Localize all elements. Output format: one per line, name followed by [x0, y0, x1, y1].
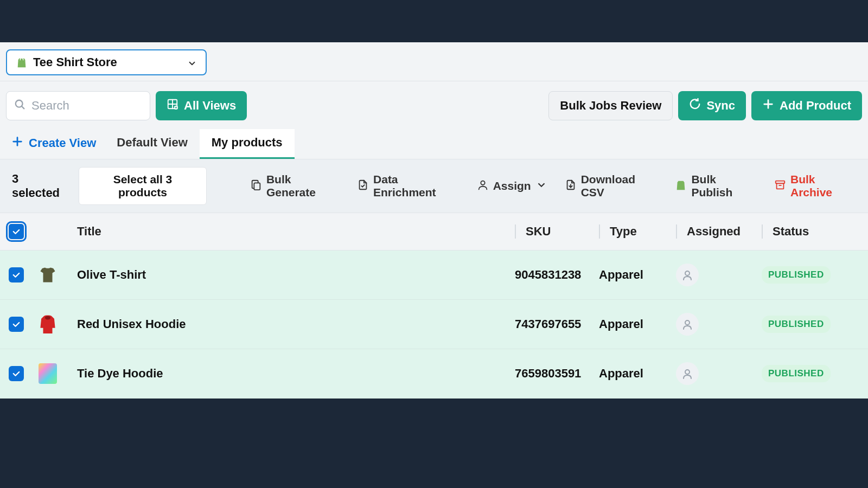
search-icon: [14, 99, 26, 113]
chevron-down-icon: [535, 179, 547, 194]
assign-button[interactable]: Assign: [477, 179, 547, 194]
table-row[interactable]: Red Unisex Hoodie 7437697655 Apparel PUB…: [0, 300, 868, 349]
copy-icon: [250, 179, 262, 194]
table-header: Title SKU Type Assigned Status: [0, 213, 868, 251]
selection-bar: 3 selected Select all 3 products Bulk Ge…: [0, 159, 868, 213]
bulk-publish-label: Bulk Publish: [691, 173, 757, 199]
document-check-icon: [357, 179, 369, 194]
svg-point-11: [481, 181, 484, 184]
data-enrichment-label: Data Enrichment: [373, 173, 459, 199]
assignee-avatar[interactable]: [676, 362, 699, 385]
svg-point-16: [45, 316, 50, 320]
table-body: Olive T-shirt 9045831238 Apparel PUBLISH…: [0, 251, 868, 399]
archive-icon: [774, 179, 786, 194]
refresh-icon: [689, 98, 701, 113]
download-icon: [565, 179, 577, 194]
product-title: Red Unisex Hoodie: [74, 317, 515, 331]
bulk-jobs-label: Bulk Jobs Review: [560, 99, 661, 113]
product-title: Tie Dye Hoodie: [74, 367, 515, 381]
select-all-button[interactable]: Select all 3 products: [79, 167, 207, 205]
tab-label: My products: [212, 136, 283, 149]
toolbar: All Views Bulk Jobs Review Sync Add Prod…: [0, 81, 868, 126]
assignee-avatar[interactable]: [676, 313, 699, 336]
data-enrichment-button[interactable]: Data Enrichment: [357, 173, 459, 199]
download-csv-button[interactable]: Download CSV: [565, 173, 658, 199]
table-row[interactable]: Tie Dye Hoodie 7659803591 Apparel PUBLIS…: [0, 349, 868, 399]
assign-label: Assign: [493, 179, 531, 192]
search-box[interactable]: [6, 91, 150, 120]
header-sku: SKU: [515, 224, 599, 239]
bulk-generate-button[interactable]: Bulk Generate: [250, 173, 340, 199]
status-badge: PUBLISHED: [762, 365, 831, 382]
create-view-label: Create View: [29, 136, 96, 150]
header-title: Title: [74, 224, 515, 239]
tab-default-view[interactable]: Default View: [105, 129, 199, 159]
grid-settings-icon: [167, 98, 178, 113]
tabs-row: Create View Default View My products: [0, 126, 868, 159]
row-checkbox[interactable]: [9, 317, 24, 332]
download-csv-label: Download CSV: [581, 173, 658, 199]
tab-my-products[interactable]: My products: [200, 129, 295, 159]
status-badge: PUBLISHED: [762, 266, 831, 284]
row-checkbox[interactable]: [9, 267, 24, 282]
bulk-archive-button[interactable]: Bulk Archive: [774, 173, 856, 199]
table-row[interactable]: Olive T-shirt 9045831238 Apparel PUBLISH…: [0, 251, 868, 300]
create-view-button[interactable]: Create View: [6, 130, 105, 158]
header-type: Type: [599, 224, 676, 239]
chevron-down-icon: [187, 57, 197, 67]
product-type: Apparel: [599, 317, 676, 331]
product-thumbnail: [37, 264, 59, 286]
product-sku: 9045831238: [515, 268, 599, 282]
row-checkbox[interactable]: [9, 366, 24, 381]
product-type: Apparel: [599, 268, 676, 282]
svg-rect-13: [776, 181, 785, 183]
sync-button[interactable]: Sync: [678, 91, 746, 120]
select-all-checkbox[interactable]: [9, 224, 24, 239]
select-all-label: Select all 3 products: [113, 173, 173, 198]
product-sku: 7437697655: [515, 317, 599, 331]
add-product-label: Add Product: [780, 99, 851, 113]
bulk-actions: Bulk Generate Data Enrichment Assign Dow…: [250, 173, 856, 199]
plus-icon: [11, 136, 23, 151]
selection-count: 3 selected: [12, 172, 68, 200]
bulk-archive-label: Bulk Archive: [790, 173, 856, 199]
all-views-button[interactable]: All Views: [156, 91, 247, 120]
product-sku: 7659803591: [515, 367, 599, 381]
svg-point-18: [685, 370, 690, 374]
bulk-jobs-review-button[interactable]: Bulk Jobs Review: [548, 91, 673, 120]
store-selector[interactable]: Tee Shirt Store: [6, 49, 207, 75]
svg-point-15: [685, 271, 690, 275]
all-views-label: All Views: [184, 99, 236, 113]
header-status: Status: [762, 224, 859, 239]
product-thumbnail: [37, 363, 59, 384]
shopify-icon: [675, 179, 687, 194]
product-title: Olive T-shirt: [74, 268, 515, 282]
assignee-avatar[interactable]: [676, 264, 699, 286]
header-assigned: Assigned: [676, 224, 762, 239]
bulk-generate-label: Bulk Generate: [266, 173, 340, 199]
bulk-publish-button[interactable]: Bulk Publish: [675, 173, 757, 199]
svg-point-17: [685, 320, 690, 325]
tab-label: Default View: [117, 136, 187, 149]
person-icon: [477, 179, 489, 194]
plus-icon: [762, 98, 774, 113]
product-type: Apparel: [599, 367, 676, 381]
status-badge: PUBLISHED: [762, 316, 831, 333]
product-thumbnail: [37, 313, 59, 335]
add-product-button[interactable]: Add Product: [751, 91, 862, 120]
svg-line-1: [22, 106, 24, 109]
app-window: Tee Shirt Store All Views Bulk Jobs Revi…: [0, 42, 868, 396]
store-name: Tee Shirt Store: [33, 55, 117, 69]
svg-rect-10: [254, 183, 260, 190]
search-input[interactable]: [31, 99, 142, 113]
sync-label: Sync: [706, 99, 735, 113]
top-row: Tee Shirt Store: [0, 42, 868, 81]
shopify-icon: [16, 56, 28, 69]
